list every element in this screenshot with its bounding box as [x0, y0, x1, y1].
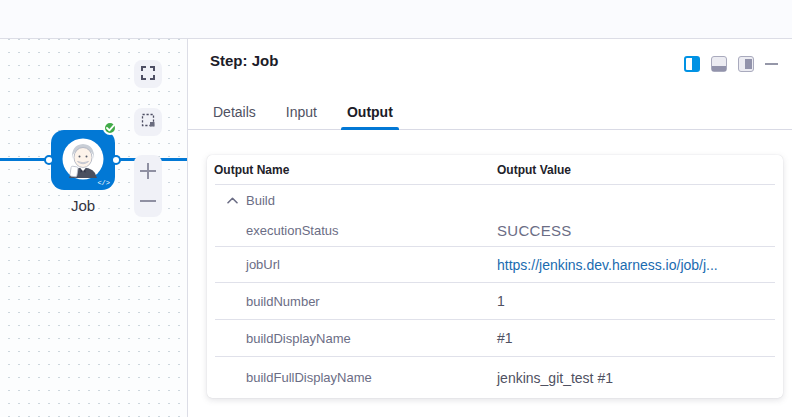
marquee-selection-icon	[141, 113, 156, 131]
layout-drawer-right-icon[interactable]	[738, 56, 754, 72]
node-output-port[interactable]	[111, 155, 121, 165]
zoom-controls	[134, 155, 162, 217]
zoom-in-button[interactable]	[134, 157, 162, 185]
table-row: executionStatus SUCCESS	[207, 215, 783, 246]
output-value: #1	[497, 330, 513, 346]
output-value: 1	[497, 293, 505, 309]
page-title: Step: Job	[210, 52, 278, 69]
output-value: jenkins_git_test #1	[497, 370, 613, 386]
table-row: buildNumber 1	[207, 283, 783, 319]
output-name: buildFullDisplayName	[246, 370, 497, 385]
jenkins-mascot-icon	[61, 137, 105, 185]
top-strip	[0, 0, 792, 39]
layout-split-bottom-icon[interactable]	[711, 56, 727, 72]
column-header-output-name: Output Name	[214, 163, 497, 177]
code-icon: </>	[97, 179, 110, 187]
table-header-row: Output Name Output Value	[207, 155, 783, 184]
output-value: SUCCESS	[497, 222, 572, 239]
output-name: executionStatus	[246, 223, 497, 238]
node-label: Job	[41, 197, 125, 214]
table-row: buildDisplayName #1	[207, 320, 783, 356]
tab-input[interactable]: Input	[283, 94, 320, 130]
fullscreen-icon	[141, 66, 155, 83]
fullscreen-button[interactable]	[134, 60, 162, 88]
output-name: buildDisplayName	[246, 331, 497, 346]
tab-strip: Details Input Output	[188, 94, 792, 130]
build-group-row[interactable]: Build	[207, 185, 783, 215]
job-url-link[interactable]: https://jenkins.dev.harness.io/job/j...	[497, 257, 718, 273]
output-table-card: Output Name Output Value Build execution…	[207, 155, 783, 398]
table-row: jobUrl https://jenkins.dev.harness.io/jo…	[207, 247, 783, 282]
node-input-port[interactable]	[44, 155, 54, 165]
layout-split-right-icon[interactable]	[684, 56, 700, 72]
group-label: Build	[246, 193, 275, 208]
panel-layout-controls	[684, 56, 778, 72]
job-step-node[interactable]: </>	[51, 130, 115, 190]
tab-details[interactable]: Details	[210, 94, 259, 130]
zoom-out-button[interactable]	[134, 187, 162, 215]
minimize-panel-icon[interactable]	[765, 63, 778, 65]
minus-icon	[140, 200, 156, 202]
multi-select-button[interactable]	[134, 108, 162, 136]
output-name: jobUrl	[246, 257, 497, 272]
collapse-group-button[interactable]	[226, 194, 238, 206]
output-name: buildNumber	[246, 294, 497, 309]
success-badge-icon	[103, 121, 117, 135]
chevron-up-icon	[227, 197, 238, 204]
tab-output[interactable]: Output	[344, 94, 396, 130]
pipeline-canvas[interactable]: </> Job	[0, 39, 188, 417]
step-detail-panel: Step: Job Details Input Output Output Na…	[188, 39, 792, 417]
column-header-output-value: Output Value	[497, 163, 571, 177]
table-row: buildFullDisplayName jenkins_git_test #1	[207, 357, 783, 398]
